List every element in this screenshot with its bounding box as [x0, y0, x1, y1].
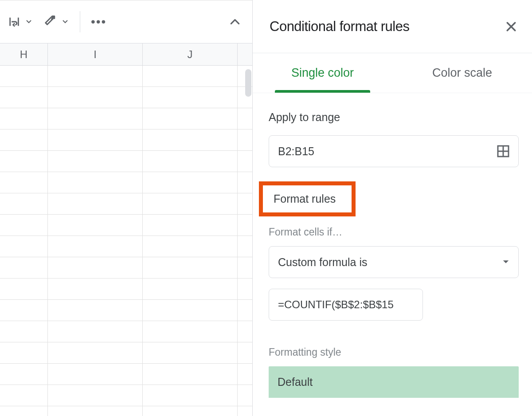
column-letter: I: [94, 48, 97, 61]
panel-tabs: Single color Color scale: [253, 53, 532, 93]
column-header[interactable]: J: [143, 43, 238, 65]
cell[interactable]: [238, 130, 252, 151]
vertical-scrollbar-thumb[interactable]: [245, 69, 251, 97]
cell[interactable]: [143, 279, 238, 300]
conditional-format-panel: Conditional format rules Single color Co…: [253, 0, 532, 416]
cell[interactable]: [143, 193, 238, 215]
cell[interactable]: [48, 406, 143, 416]
cell[interactable]: [238, 385, 252, 406]
formula-field[interactable]: [269, 289, 423, 321]
apply-to-range-label: Apply to range: [269, 111, 519, 124]
close-button[interactable]: [505, 20, 518, 33]
cell[interactable]: [143, 87, 238, 108]
cell[interactable]: [0, 321, 48, 342]
cell[interactable]: [143, 215, 238, 236]
cell[interactable]: [0, 364, 48, 385]
formatting-style-preview[interactable]: Default: [269, 366, 519, 398]
cell[interactable]: [48, 364, 143, 385]
cell[interactable]: [48, 130, 143, 151]
cell[interactable]: [48, 300, 143, 321]
cell[interactable]: [0, 342, 48, 364]
text-wrap-dropdown[interactable]: [24, 20, 34, 24]
cell[interactable]: [238, 342, 252, 364]
cell[interactable]: [143, 151, 238, 172]
cell[interactable]: [48, 236, 143, 257]
tab-color-scale[interactable]: Color scale: [392, 53, 532, 93]
cell[interactable]: [143, 66, 238, 87]
cell[interactable]: [238, 257, 252, 279]
grid-rows: [0, 66, 252, 416]
cell[interactable]: [48, 87, 143, 108]
column-header[interactable]: I: [48, 43, 143, 65]
cell[interactable]: [48, 66, 143, 87]
column-headers: H I J: [0, 43, 252, 66]
cell[interactable]: [238, 321, 252, 342]
cell[interactable]: [238, 406, 252, 416]
cell[interactable]: [143, 364, 238, 385]
format-rules-label: Format rules: [274, 192, 336, 205]
cell[interactable]: [0, 406, 48, 416]
panel-title: Conditional format rules: [270, 19, 505, 35]
cell[interactable]: [143, 342, 238, 364]
cell[interactable]: [143, 236, 238, 257]
cell[interactable]: [0, 66, 48, 87]
cell[interactable]: [0, 87, 48, 108]
cell[interactable]: [143, 172, 238, 193]
cell[interactable]: [0, 151, 48, 172]
cell[interactable]: [238, 151, 252, 172]
cell[interactable]: [238, 236, 252, 257]
cell[interactable]: [48, 321, 143, 342]
cell[interactable]: [48, 215, 143, 236]
cell[interactable]: [143, 257, 238, 279]
range-input[interactable]: [277, 145, 496, 158]
cell[interactable]: [238, 193, 252, 215]
column-header[interactable]: [238, 43, 252, 65]
tab-single-color[interactable]: Single color: [253, 53, 392, 93]
cell[interactable]: [48, 172, 143, 193]
cell[interactable]: [0, 236, 48, 257]
cell[interactable]: [0, 257, 48, 279]
cell[interactable]: [238, 215, 252, 236]
formula-input[interactable]: [277, 298, 415, 311]
cell[interactable]: [48, 257, 143, 279]
condition-select[interactable]: Custom formula is: [269, 246, 519, 278]
cell[interactable]: [143, 321, 238, 342]
cell-grid[interactable]: H I J: [0, 43, 252, 416]
cell[interactable]: [238, 108, 252, 130]
cell[interactable]: [238, 279, 252, 300]
cell[interactable]: [48, 342, 143, 364]
cell[interactable]: [48, 193, 143, 215]
cell[interactable]: [143, 130, 238, 151]
cell[interactable]: [238, 364, 252, 385]
cell[interactable]: [0, 193, 48, 215]
cell[interactable]: [0, 300, 48, 321]
tab-label: Single color: [291, 66, 354, 80]
cell[interactable]: [143, 385, 238, 406]
cell[interactable]: [0, 108, 48, 130]
cell[interactable]: [0, 215, 48, 236]
format-cells-if-label: Format cells if…: [269, 226, 519, 238]
text-rotation-dropdown[interactable]: [60, 20, 70, 24]
text-rotation-button[interactable]: [42, 13, 59, 31]
cell[interactable]: [48, 151, 143, 172]
cell[interactable]: [238, 300, 252, 321]
cell[interactable]: [0, 172, 48, 193]
formatting-style-label: Formatting style: [269, 346, 519, 358]
select-range-icon[interactable]: [496, 144, 510, 158]
cell[interactable]: [143, 300, 238, 321]
range-field[interactable]: [269, 135, 519, 167]
cell[interactable]: [143, 406, 238, 416]
column-header[interactable]: H: [0, 43, 48, 65]
cell[interactable]: [0, 279, 48, 300]
cell[interactable]: [0, 130, 48, 151]
style-name: Default: [278, 376, 313, 389]
cell[interactable]: [238, 172, 252, 193]
more-toolbar-button[interactable]: •••: [87, 15, 110, 29]
cell[interactable]: [143, 108, 238, 130]
cell[interactable]: [48, 279, 143, 300]
text-wrap-button[interactable]: [5, 13, 23, 31]
cell[interactable]: [48, 385, 143, 406]
collapse-toolbar-button[interactable]: [229, 16, 250, 27]
cell[interactable]: [0, 385, 48, 406]
cell[interactable]: [48, 108, 143, 130]
